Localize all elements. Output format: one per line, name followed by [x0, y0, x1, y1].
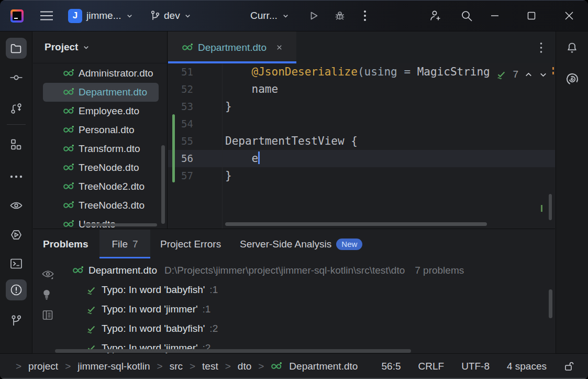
structure-toolwindow-button[interactable]	[6, 134, 27, 155]
open-details-button[interactable]	[41, 308, 56, 322]
structure-icon	[9, 138, 23, 151]
indent-widget[interactable]: 4 spaces	[507, 361, 547, 372]
project-toolwindow-button[interactable]	[6, 38, 27, 59]
tree-item[interactable]: Administrator.dto	[43, 64, 159, 83]
version-control-toolwindow-button[interactable]	[6, 310, 27, 331]
dto-file-icon	[63, 68, 74, 79]
tree-item[interactable]: TreeNode3.dto	[43, 196, 159, 215]
quick-fix-button[interactable]	[41, 287, 56, 302]
tree-item[interactable]: TreeNode.dto	[43, 158, 159, 177]
pull-request-icon	[9, 102, 23, 115]
more-actions-button[interactable]	[363, 0, 367, 31]
run-configuration-selector[interactable]: Curr...	[250, 0, 290, 31]
folder-icon	[9, 42, 23, 55]
line-number: 53	[168, 98, 193, 115]
readonly-lock-icon[interactable]	[564, 361, 574, 372]
pull-requests-toolwindow-button[interactable]	[6, 98, 27, 119]
commit-toolwindow-button[interactable]	[6, 67, 27, 88]
inspection-count: 7	[513, 69, 518, 80]
tree-item-selected[interactable]: Department.dto	[43, 83, 159, 102]
vcs-branch-widget[interactable]: dev	[150, 0, 192, 31]
code-with-me-button[interactable]	[428, 0, 442, 31]
breadcrumb-item[interactable]: Department.dto	[289, 361, 358, 372]
dto-file-icon	[72, 265, 84, 276]
left-toolwindow-stripe	[0, 31, 32, 353]
tree-item[interactable]: Personal.dto	[43, 121, 159, 139]
run-button[interactable]	[307, 0, 320, 31]
tab-project-errors[interactable]: Project Errors	[160, 230, 221, 258]
git-branch-icon	[150, 10, 160, 21]
dto-file-icon	[63, 86, 74, 98]
problems-file-meta: 7 problems	[415, 265, 464, 276]
caret-position-widget[interactable]: 56:5	[382, 361, 401, 372]
chevron-right-icon: >	[65, 361, 71, 372]
project-horizontal-scrollbar[interactable]	[84, 223, 157, 226]
tab-close-icon[interactable]	[275, 44, 283, 51]
tab-file[interactable]: File7	[99, 230, 150, 258]
breadcrumb-item[interactable]: project	[28, 361, 58, 372]
preview-toggle-button[interactable]	[41, 267, 56, 281]
line-separator-widget[interactable]: CRLF	[418, 361, 445, 372]
eye-icon	[9, 199, 23, 212]
preview-toolwindow-button[interactable]	[6, 195, 27, 216]
project-panel-header[interactable]: Project	[33, 31, 167, 63]
bell-icon	[565, 41, 579, 55]
editor-tabbar: Department.dto	[168, 31, 555, 63]
statusbar-widgets: 56:5 CRLF UTF-8 4 spaces	[382, 354, 574, 378]
ai-assistant-button[interactable]	[562, 69, 583, 90]
active-tab-underline	[99, 257, 150, 258]
services-toolwindow-button[interactable]	[6, 224, 27, 245]
editor-horizontal-scrollbar[interactable]	[225, 222, 487, 226]
search-everywhere-button[interactable]	[460, 0, 473, 31]
problems-horizontal-scrollbar[interactable]	[55, 349, 411, 353]
debug-button[interactable]	[334, 0, 346, 31]
project-vertical-scrollbar[interactable]	[161, 145, 165, 224]
code-line-53: }	[225, 98, 232, 115]
problem-item[interactable]: Typo: In word 'babyfish':1	[85, 280, 218, 299]
terminal-toolwindow-button[interactable]	[6, 253, 27, 274]
breadcrumb-item[interactable]: jimmer-sql-kotlin	[77, 361, 150, 372]
project-widget[interactable]: J jimme...	[68, 0, 134, 31]
editor-tab-department-dto[interactable]: Department.dto	[168, 31, 296, 63]
tab-options-icon[interactable]	[540, 42, 542, 53]
prev-problem-icon[interactable]	[524, 70, 533, 79]
tab-server-side-analysis[interactable]: Server-Side Analysis New	[240, 230, 362, 258]
project-name: jimme...	[86, 10, 121, 21]
problem-item[interactable]: Typo: In word 'babyfish':2	[85, 319, 218, 338]
problems-vertical-scrollbar[interactable]	[549, 289, 552, 318]
maximize-button[interactable]	[527, 0, 536, 31]
tree-item[interactable]: Transform.dto	[43, 139, 159, 158]
editor-vertical-scrollbar[interactable]	[549, 194, 552, 220]
notifications-button[interactable]	[562, 37, 583, 58]
encoding-widget[interactable]: UTF-8	[461, 361, 490, 372]
tree-item[interactable]: TreeNode2.dto	[43, 177, 159, 196]
close-button[interactable]	[564, 0, 574, 31]
more-toolwindows-button[interactable]	[6, 166, 27, 187]
chevron-right-icon: >	[190, 361, 195, 372]
problems-toolwindow-button[interactable]	[6, 279, 27, 300]
line-number: 54	[168, 115, 193, 133]
main-menu-button[interactable]	[40, 0, 53, 31]
chevron-down-icon	[282, 12, 290, 20]
play-icon	[307, 9, 320, 22]
breadcrumb-item[interactable]: src	[170, 361, 183, 372]
tree-item[interactable]: Employee.dto	[43, 102, 159, 121]
tree-item[interactable]: User.dto	[43, 215, 159, 229]
line-number: 57	[168, 167, 193, 185]
inspection-ok-icon	[495, 69, 507, 80]
dto-file-icon	[182, 42, 193, 53]
problem-item[interactable]: Typo: In word 'jimmer':1	[85, 299, 210, 319]
code-editor[interactable]: 51 52 53 54 55 56 57 @JsonDeserialize(us…	[168, 63, 555, 229]
text-caret	[258, 151, 260, 164]
problems-file-row[interactable]: Department.dto D:\Projects\jimmer\projec…	[72, 261, 464, 280]
app-logo-icon[interactable]	[10, 0, 24, 31]
next-problem-icon[interactable]	[539, 70, 548, 79]
code-line-55: DepartmentTestView {	[225, 133, 358, 150]
minimize-button[interactable]	[490, 0, 500, 31]
breadcrumb-item[interactable]: dto	[238, 361, 251, 372]
breadcrumb-item[interactable]: test	[202, 361, 218, 372]
error-stripe-mark	[552, 67, 554, 70]
more-icon	[10, 175, 23, 178]
inspections-widget[interactable]: 7	[490, 67, 555, 82]
project-panel: Project Administrator.dto Department.dto…	[33, 31, 168, 229]
